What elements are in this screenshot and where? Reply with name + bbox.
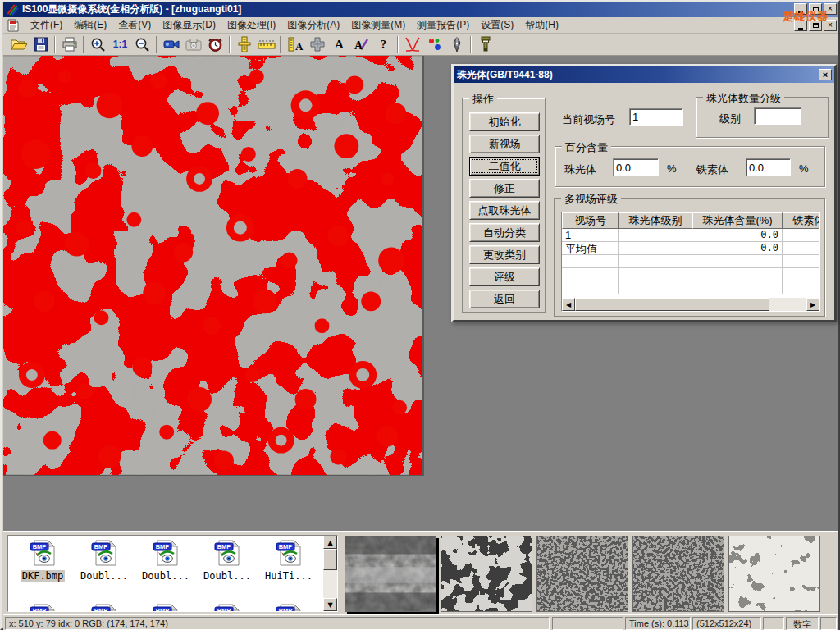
col-field-number[interactable]: 视场号 bbox=[562, 212, 619, 229]
caliper-icon bbox=[238, 36, 251, 52]
menu-settings[interactable]: 设置(S) bbox=[475, 16, 519, 34]
image-merge-button[interactable] bbox=[306, 34, 328, 54]
file-name: DKF.bmp bbox=[21, 570, 66, 582]
menu-image-display[interactable]: 图像显示(D) bbox=[157, 16, 221, 34]
sample-thumbnail-2[interactable] bbox=[441, 536, 532, 612]
curve-tool-button[interactable] bbox=[401, 34, 423, 54]
new-field-button[interactable]: 新视场 bbox=[469, 135, 540, 153]
toolbar-separator bbox=[156, 36, 158, 53]
correct-button[interactable]: 修正 bbox=[469, 179, 540, 198]
file-item[interactable]: Doubl... bbox=[136, 539, 195, 582]
col-pearlite-grade[interactable]: 珠光体级别 bbox=[619, 212, 692, 229]
auto-classify-button[interactable]: 自动分类 bbox=[469, 223, 540, 242]
sample-thumbnail-5[interactable] bbox=[728, 536, 820, 612]
menu-help[interactable]: 帮助(H) bbox=[519, 16, 564, 34]
application-window: IS100显微摄像系统(金相分析版) - [zhuguangti01] × 楚雄… bbox=[0, 0, 840, 630]
toolbar-separator bbox=[280, 36, 281, 53]
menu-measure-report[interactable]: 测量报告(P) bbox=[411, 16, 475, 34]
open-button[interactable] bbox=[7, 34, 30, 54]
scroll-left-button[interactable]: ◀ bbox=[562, 298, 575, 311]
scroll-up-button[interactable]: ▲ bbox=[323, 536, 337, 549]
change-class-button[interactable]: 更改类别 bbox=[469, 245, 540, 264]
scrollbar-thumb[interactable] bbox=[575, 298, 769, 311]
measure-annotate-button[interactable]: A bbox=[284, 34, 306, 54]
file-name: Doubl... bbox=[79, 570, 130, 582]
binarize-button[interactable]: 二值化 bbox=[469, 157, 540, 176]
sample-thumbnail-3[interactable] bbox=[536, 536, 628, 612]
toolbar-separator bbox=[397, 36, 399, 53]
sample-thumbnail-4[interactable] bbox=[632, 536, 724, 612]
col-pearlite-content[interactable]: 珠光体含量(%) bbox=[692, 212, 783, 229]
window-title: IS100显微摄像系统(金相分析版) - [zhuguangti01] bbox=[22, 2, 241, 16]
file-item[interactable]: Doubl... bbox=[75, 539, 134, 582]
col-ferrite-content[interactable]: 铁素体含量(%) bbox=[783, 212, 820, 229]
scroll-down-button[interactable]: ▼ bbox=[323, 598, 337, 611]
table-horizontal-scrollbar[interactable]: ◀ ▶ bbox=[562, 298, 819, 311]
file-item[interactable]: DKF.bmp bbox=[13, 539, 72, 582]
sample-thumbnail-1[interactable] bbox=[345, 536, 436, 612]
menu-edit[interactable]: 编辑(E) bbox=[68, 16, 112, 34]
scroll-right-icon: ▶ bbox=[810, 301, 815, 308]
help-button[interactable]: ? bbox=[372, 34, 395, 54]
pen-tool-button[interactable] bbox=[445, 34, 468, 54]
ruler-button[interactable] bbox=[255, 34, 277, 54]
table-row-empty bbox=[562, 255, 819, 268]
dialog-close-button[interactable]: × bbox=[819, 69, 832, 80]
caliper-button[interactable] bbox=[233, 34, 255, 54]
save-button[interactable] bbox=[30, 34, 52, 54]
flashlight-tool-button[interactable] bbox=[474, 34, 496, 54]
file-item[interactable] bbox=[13, 603, 72, 612]
text-edit-button[interactable]: A bbox=[350, 34, 372, 54]
cell-field: 1 bbox=[562, 229, 619, 241]
menu-image-analysis[interactable]: 图像分析(A) bbox=[281, 16, 345, 34]
camera-capture-button[interactable] bbox=[182, 34, 204, 54]
menu-file[interactable]: 文件(F) bbox=[25, 16, 68, 34]
ferrite-percent-input[interactable] bbox=[746, 158, 791, 176]
pearlite-dialog: 珠光体(GB/T9441-88) × 操作 初始化 新视场 二值化 修正 点取珠… bbox=[451, 64, 837, 322]
file-browser-scrollbar[interactable]: ▲ ▼ bbox=[323, 536, 337, 611]
scroll-right-button[interactable]: ▶ bbox=[806, 298, 819, 311]
table-row[interactable]: 1 0.0 bbox=[562, 229, 819, 242]
flashlight-icon bbox=[480, 36, 491, 52]
level-input[interactable] bbox=[754, 107, 801, 125]
current-field-input[interactable] bbox=[629, 108, 683, 126]
video-capture-button[interactable] bbox=[160, 34, 182, 54]
menu-bar: 文件(F) 编辑(E) 查看(V) 图像显示(D) 图像处理(I) 图像分析(A… bbox=[3, 17, 838, 34]
zoom-in-button[interactable] bbox=[87, 34, 109, 54]
save-icon bbox=[34, 37, 48, 52]
actual-size-button[interactable]: 1:1 bbox=[109, 34, 131, 54]
return-button[interactable]: 返回 bbox=[469, 290, 540, 308]
print-icon bbox=[62, 37, 78, 52]
grade-group-label: 珠光体数量分级 bbox=[703, 91, 784, 106]
file-item[interactable] bbox=[136, 603, 195, 612]
document-icon[interactable] bbox=[7, 19, 20, 32]
file-item[interactable] bbox=[75, 603, 134, 612]
file-item[interactable] bbox=[198, 603, 257, 612]
toolbar-separator bbox=[470, 36, 472, 53]
particle-analysis-button[interactable] bbox=[423, 34, 445, 54]
file-item[interactable]: Doubl... bbox=[198, 539, 257, 582]
table-row[interactable]: 平均值 0.0 bbox=[562, 242, 819, 255]
zoom-in-icon bbox=[90, 37, 106, 52]
file-item[interactable] bbox=[259, 603, 318, 612]
timer-clock-icon bbox=[208, 37, 223, 52]
zoom-out-button[interactable] bbox=[131, 34, 153, 54]
micrograph-image[interactable] bbox=[3, 56, 424, 476]
dialog-title-bar[interactable]: 珠光体(GB/T9441-88) × bbox=[454, 66, 834, 83]
menu-view[interactable]: 查看(V) bbox=[112, 16, 157, 34]
pearlite-unit: % bbox=[667, 162, 677, 175]
initialize-button[interactable]: 初始化 bbox=[469, 112, 540, 131]
menu-image-processing[interactable]: 图像处理(I) bbox=[221, 16, 281, 34]
text-annotate-button[interactable]: A bbox=[328, 34, 350, 54]
file-item[interactable]: HuiTi... bbox=[259, 539, 318, 582]
scrollbar-thumb[interactable] bbox=[323, 549, 337, 570]
cell-content: 0.0 bbox=[692, 242, 783, 254]
pick-pearlite-button[interactable]: 点取珠光体 bbox=[469, 201, 540, 220]
timer-button[interactable] bbox=[204, 34, 226, 54]
pearlite-percent-input[interactable] bbox=[613, 158, 659, 176]
grade-button[interactable]: 评级 bbox=[469, 267, 540, 286]
text-edit-icon: A bbox=[354, 37, 370, 52]
print-button[interactable] bbox=[58, 34, 80, 54]
table-row-empty bbox=[562, 268, 819, 281]
menu-image-measure[interactable]: 图像测量(M) bbox=[345, 16, 411, 34]
